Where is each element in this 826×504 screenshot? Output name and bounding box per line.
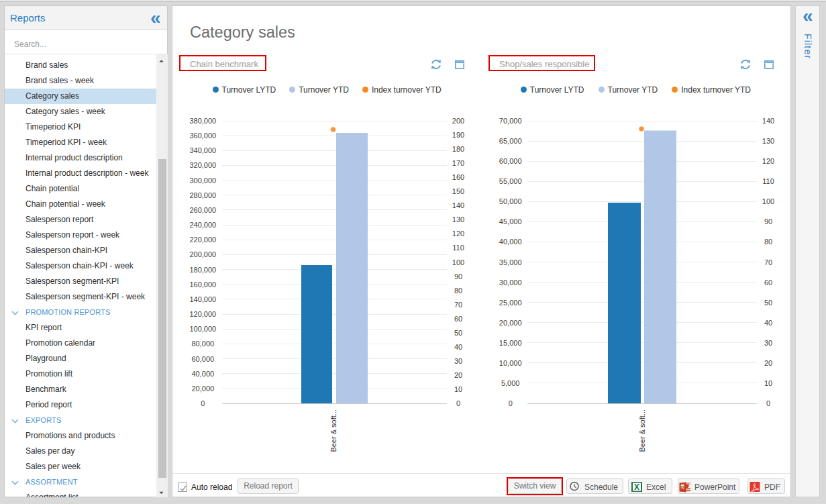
svg-text:100: 100	[452, 258, 464, 266]
svg-text:50,000: 50,000	[499, 197, 522, 205]
svg-text:0: 0	[456, 399, 460, 407]
svg-text:0: 0	[766, 399, 770, 407]
svg-text:140,000: 140,000	[189, 295, 216, 303]
svg-text:50: 50	[764, 299, 772, 307]
svg-text:30: 30	[764, 339, 772, 347]
svg-text:25,000: 25,000	[499, 299, 522, 307]
svg-text:45,000: 45,000	[499, 217, 522, 225]
svg-text:80: 80	[764, 238, 772, 246]
svg-text:190: 190	[452, 131, 464, 139]
svg-text:65,000: 65,000	[499, 137, 522, 145]
svg-text:120: 120	[452, 230, 464, 238]
svg-text:110: 110	[762, 177, 774, 185]
svg-text:10: 10	[764, 379, 772, 387]
svg-text:150: 150	[452, 187, 464, 195]
svg-text:0: 0	[509, 399, 513, 407]
svg-text:380,000: 380,000	[189, 117, 216, 125]
svg-text:360,000: 360,000	[189, 132, 216, 140]
svg-text:180,000: 180,000	[189, 266, 216, 274]
svg-text:0: 0	[201, 399, 205, 407]
svg-text:40: 40	[454, 343, 462, 351]
svg-text:60: 60	[454, 315, 462, 323]
svg-text:20: 20	[764, 359, 772, 367]
svg-text:130: 130	[452, 215, 464, 223]
svg-text:30,000: 30,000	[499, 279, 522, 287]
svg-text:120: 120	[762, 157, 774, 165]
svg-text:70: 70	[454, 301, 462, 309]
svg-text:15,000: 15,000	[499, 339, 522, 347]
svg-text:70,000: 70,000	[499, 117, 522, 125]
svg-text:90: 90	[764, 217, 772, 225]
svg-text:Beer & soft...: Beer & soft...	[329, 409, 338, 452]
svg-text:90: 90	[454, 272, 462, 281]
svg-text:110: 110	[452, 244, 464, 252]
svg-text:5,000: 5,000	[501, 379, 520, 387]
svg-text:10: 10	[454, 385, 462, 393]
svg-text:40: 40	[764, 319, 772, 327]
svg-text:20,000: 20,000	[191, 385, 214, 393]
svg-text:320,000: 320,000	[189, 161, 216, 169]
svg-text:10,000: 10,000	[499, 359, 522, 367]
svg-text:55,000: 55,000	[499, 177, 522, 185]
svg-text:120,000: 120,000	[189, 310, 216, 318]
svg-text:30: 30	[454, 357, 462, 365]
svg-text:130: 130	[762, 137, 774, 145]
svg-text:200: 200	[452, 117, 464, 125]
svg-text:70: 70	[764, 258, 772, 266]
svg-text:40,000: 40,000	[191, 370, 214, 378]
svg-text:80,000: 80,000	[191, 340, 214, 348]
svg-text:40,000: 40,000	[499, 238, 522, 246]
svg-text:280,000: 280,000	[189, 191, 216, 199]
svg-text:X: X	[634, 483, 639, 492]
svg-text:300,000: 300,000	[189, 177, 216, 185]
svg-text:170: 170	[452, 159, 464, 167]
svg-text:50: 50	[454, 329, 462, 337]
svg-text:340,000: 340,000	[189, 146, 216, 154]
svg-text:100: 100	[762, 197, 774, 205]
svg-text:180: 180	[452, 145, 464, 153]
svg-text:20: 20	[454, 371, 462, 379]
svg-text:Beer & soft...: Beer & soft...	[638, 409, 646, 452]
svg-text:60,000: 60,000	[191, 355, 214, 363]
svg-text:80: 80	[454, 287, 462, 295]
svg-text:220,000: 220,000	[189, 236, 216, 244]
svg-text:35,000: 35,000	[499, 258, 522, 266]
svg-text:p: p	[681, 484, 684, 490]
svg-text:140: 140	[762, 117, 774, 125]
svg-text:60: 60	[764, 279, 772, 287]
svg-text:260,000: 260,000	[189, 206, 216, 214]
svg-text:140: 140	[452, 201, 464, 209]
svg-text:240,000: 240,000	[189, 221, 216, 229]
svg-text:100,000: 100,000	[189, 325, 216, 333]
svg-text:20,000: 20,000	[499, 319, 522, 327]
svg-text:200,000: 200,000	[189, 250, 216, 258]
svg-text:160,000: 160,000	[189, 281, 216, 289]
svg-text:160: 160	[452, 173, 464, 181]
svg-text:60,000: 60,000	[499, 157, 522, 165]
